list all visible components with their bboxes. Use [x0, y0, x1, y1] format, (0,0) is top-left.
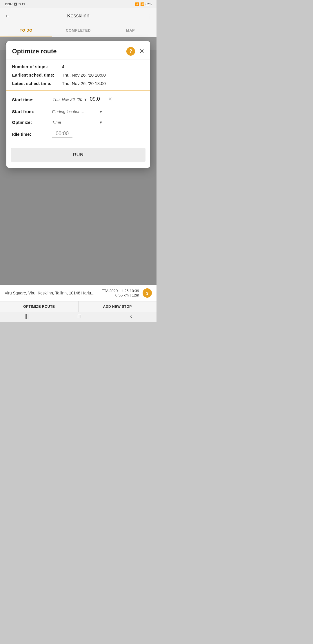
- email-icon: ✉: [22, 2, 25, 6]
- start-time-input[interactable]: [90, 96, 107, 102]
- date-dropdown-arrow-icon: ▼: [83, 97, 88, 102]
- status-time: 19:07: [5, 2, 13, 6]
- start-time-input-wrapper: ✕: [90, 96, 113, 103]
- signal-icon: 📶: [140, 2, 144, 6]
- nav-home-icon[interactable]: □: [78, 313, 81, 319]
- tab-completed[interactable]: COMPLETED: [52, 23, 104, 37]
- navigation-bar: ||| □ ‹: [0, 312, 156, 322]
- latest-label: Latest sched. time:: [12, 81, 59, 86]
- dialog-info-section: Number of stops: 4 Earliest sched. time:…: [6, 59, 150, 91]
- card-eta: ETA 2020-11-26 10:39 6.55 km | 12m: [101, 289, 139, 297]
- idle-time-row: Idle time:: [12, 131, 145, 138]
- dialog-form-section: Start time: Thu, Nov 26, '20 ▼ ✕ Start f…: [6, 91, 150, 146]
- tab-map[interactable]: MAP: [104, 23, 156, 37]
- distance-text: 6.55 km | 12m: [101, 293, 139, 297]
- stops-value: 4: [62, 64, 64, 69]
- optimize-arrow-icon: ▼: [99, 120, 144, 125]
- add-new-stop-button[interactable]: ADD NEW STOP: [79, 301, 157, 312]
- battery-text: 62%: [145, 2, 152, 6]
- optimize-value: Time: [52, 120, 98, 125]
- dialog-header: Optimize route ? ✕: [6, 41, 150, 59]
- earliest-value: Thu, Nov 26, '20 10:00: [62, 73, 106, 77]
- eta-text: ETA 2020-11-26 10:39: [101, 289, 139, 293]
- nav-back-icon[interactable]: ‹: [130, 313, 132, 319]
- earliest-label: Earliest sched. time:: [12, 73, 59, 77]
- start-from-arrow-icon: ▼: [99, 109, 144, 114]
- start-time-row: Start time: Thu, Nov 26, '20 ▼ ✕: [12, 96, 145, 103]
- app-bar-title: Kessklinn: [67, 13, 89, 19]
- idle-time-label: Idle time:: [12, 132, 50, 137]
- tabs-bar: TO DO COMPLETED MAP: [0, 23, 156, 37]
- tab-todo[interactable]: TO DO: [0, 23, 52, 37]
- optimize-route-button[interactable]: OPTIMIZE ROUTE: [0, 301, 79, 312]
- dialog-close-button[interactable]: ✕: [139, 48, 144, 55]
- more-button[interactable]: ⋮: [146, 12, 152, 19]
- dialog-header-icons: ? ✕: [126, 47, 144, 56]
- modal-overlay: Optimize route ? ✕ Number of stops: 4 Ea…: [0, 37, 156, 301]
- optimize-dropdown[interactable]: Time ▼: [52, 120, 145, 125]
- bottom-card: Viru Square, Viru, Kesklinn, Tallinn, 10…: [0, 285, 156, 301]
- latest-value: Thu, Nov 26, '20 18:00: [62, 81, 106, 86]
- photo-icon: 🖼: [14, 2, 17, 6]
- start-from-label: Start from:: [12, 109, 50, 114]
- stops-label: Number of stops:: [12, 64, 59, 69]
- bottom-actions-bar: OPTIMIZE ROUTE ADD NEW STOP: [0, 301, 156, 312]
- start-time-value: Thu, Nov 26, '20 ▼ ✕: [52, 96, 145, 103]
- start-from-row: Start from: Finding location… ▼: [12, 109, 145, 114]
- idle-input-wrapper: [52, 131, 72, 138]
- start-date-text: Thu, Nov 26, '20: [53, 97, 82, 102]
- start-time-label: Start time:: [12, 97, 50, 102]
- back-button[interactable]: ←: [5, 12, 10, 19]
- stops-row: Number of stops: 4: [12, 64, 145, 69]
- run-button[interactable]: RUN: [11, 148, 146, 162]
- idle-time-input[interactable]: [52, 131, 72, 137]
- status-bar: 19:07 🖼 ↻ ✉ ··· 📶 📶 62%: [0, 0, 156, 8]
- start-date-dropdown[interactable]: Thu, Nov 26, '20 ▼: [52, 96, 88, 103]
- optimize-row: Optimize: Time ▼: [12, 120, 145, 125]
- nav-recent-icon[interactable]: |||: [25, 313, 29, 319]
- time-clear-icon[interactable]: ✕: [108, 96, 112, 102]
- run-button-wrapper: RUN: [6, 146, 150, 168]
- idle-time-value: [52, 131, 145, 138]
- app-bar: ← Kessklinn ⋮: [0, 8, 156, 23]
- wifi-icon: 📶: [135, 2, 139, 6]
- rotate-icon: ↻: [18, 2, 21, 6]
- start-from-dropdown[interactable]: Finding location… ▼: [52, 109, 145, 114]
- optimize-label: Optimize:: [12, 120, 50, 125]
- latest-time-row: Latest sched. time: Thu, Nov 26, '20 18:…: [12, 81, 145, 86]
- dialog-title: Optimize route: [12, 48, 57, 55]
- stop-badge: 3: [143, 288, 152, 298]
- start-from-value: Finding location…: [52, 109, 98, 114]
- optimize-route-dialog: Optimize route ? ✕ Number of stops: 4 Ea…: [6, 41, 150, 168]
- more-icon: ···: [26, 2, 28, 6]
- card-info: Viru Square, Viru, Kesklinn, Tallinn, 10…: [5, 291, 98, 295]
- earliest-time-row: Earliest sched. time: Thu, Nov 26, '20 1…: [12, 73, 145, 77]
- help-button[interactable]: ?: [126, 47, 135, 56]
- card-title: Viru Square, Viru, Kesklinn, Tallinn, 10…: [5, 291, 98, 295]
